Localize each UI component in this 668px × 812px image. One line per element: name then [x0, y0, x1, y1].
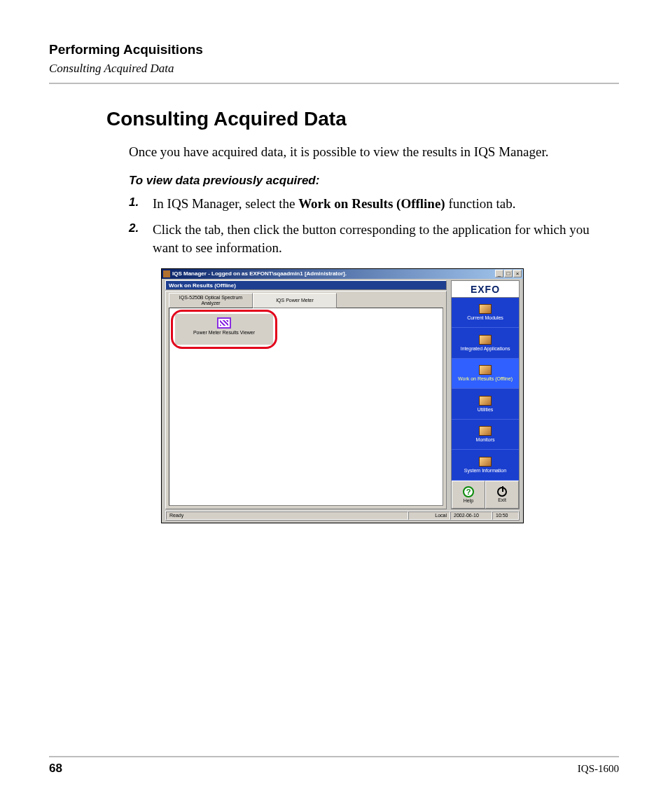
- page-footer: 68 IQS-1600: [49, 756, 619, 776]
- sidebar-item-utilities[interactable]: Utilities: [452, 389, 519, 420]
- document-page: Performing Acquisitions Consulting Acqui…: [0, 0, 668, 812]
- step-pre: In IQS Manager, select the: [153, 196, 298, 211]
- step-bold: Work on Results (Offline): [298, 196, 445, 211]
- chapter-title: Performing Acquisitions: [49, 42, 619, 57]
- main-panel: IQS-5250B Optical Spectrum Analyzer IQS …: [165, 291, 447, 509]
- monitors-icon: [479, 426, 492, 436]
- status-mode: Local: [408, 511, 450, 520]
- document-id: IQS-1600: [578, 763, 619, 775]
- sidebar-item-work-on-results[interactable]: Work on Results (Offline): [452, 359, 519, 390]
- step-item: 2. Click the tab, then click the button …: [129, 221, 605, 256]
- section-breadcrumb: Consulting Acquired Data: [49, 62, 619, 76]
- sidebar-item-current-modules[interactable]: Current Modules: [452, 298, 519, 329]
- embedded-screenshot: IQS Manager - Logged on as EXFONT\sqaadm…: [161, 268, 524, 523]
- step-text: Click the tab, then click the button cor…: [153, 221, 605, 256]
- status-date: 2002-06-10: [450, 511, 492, 520]
- sidebar-item-label: System Information: [464, 468, 506, 473]
- help-button[interactable]: ? Help: [452, 481, 485, 509]
- procedure-subhead: To view data previously acquired:: [129, 174, 619, 188]
- tab-strip: IQS-5250B Optical Spectrum Analyzer IQS …: [169, 293, 337, 308]
- sidebar-item-label: Current Modules: [467, 315, 503, 320]
- step-list: 1. In IQS Manager, select the Work on Re…: [129, 195, 605, 257]
- section-heading: Consulting Acquired Data: [106, 108, 619, 130]
- power-meter-results-viewer-button[interactable]: Power Meter Results Viewer: [175, 314, 273, 345]
- step-item: 1. In IQS Manager, select the Work on Re…: [129, 195, 605, 213]
- header-rule: [49, 83, 619, 84]
- window-titlebar[interactable]: IQS Manager - Logged on as EXFONT\sqaadm…: [162, 269, 523, 279]
- app-launcher-icon: [217, 317, 231, 329]
- exit-button[interactable]: Exit: [485, 481, 519, 509]
- status-time: 10:50: [492, 511, 519, 520]
- exfo-logo: EXFO: [452, 281, 519, 298]
- tab-content: Power Meter Results Viewer: [169, 308, 443, 506]
- power-icon: [497, 487, 507, 497]
- function-tab-header: Work on Results (Offline): [165, 280, 447, 290]
- maximize-button[interactable]: □: [504, 270, 513, 277]
- utilities-icon: [479, 396, 492, 406]
- sidebar-item-label: Monitors: [476, 437, 495, 442]
- help-icon: ?: [463, 486, 474, 497]
- page-header: Performing Acquisitions Consulting Acqui…: [49, 42, 619, 84]
- applications-icon: [479, 335, 492, 345]
- app-icon: [163, 270, 170, 277]
- app-launcher-label: Power Meter Results Viewer: [176, 330, 272, 335]
- step-number: 1.: [129, 195, 153, 213]
- close-button[interactable]: ×: [513, 270, 522, 277]
- sidebar: EXFO Current Modules Integrated Applicat…: [451, 280, 520, 509]
- sidebar-item-integrated-applications[interactable]: Integrated Applications: [452, 328, 519, 359]
- exit-label: Exit: [498, 497, 506, 502]
- sidebar-item-label: Integrated Applications: [461, 346, 510, 351]
- tab-optical-spectrum-analyzer[interactable]: IQS-5250B Optical Spectrum Analyzer: [169, 293, 253, 308]
- sidebar-item-system-information[interactable]: System Information: [452, 450, 519, 481]
- step-text: In IQS Manager, select the Work on Resul…: [153, 195, 515, 213]
- sidebar-item-label: Utilities: [478, 407, 494, 412]
- sidebar-item-label: Work on Results (Offline): [458, 376, 513, 381]
- step-number: 2.: [129, 221, 153, 256]
- step-pre: Click the tab, then click the button cor…: [153, 222, 590, 255]
- tab-power-meter[interactable]: IQS Power Meter: [253, 293, 337, 308]
- status-bar: Ready Local 2002-06-10 10:50: [165, 511, 520, 521]
- sidebar-bottom-buttons: ? Help Exit: [452, 481, 519, 509]
- system-info-icon: [479, 457, 492, 467]
- minimize-button[interactable]: _: [495, 270, 503, 277]
- sidebar-nav: Current Modules Integrated Applications …: [452, 298, 519, 481]
- intro-paragraph: Once you have acquired data, it is possi…: [129, 143, 605, 161]
- help-label: Help: [464, 498, 473, 503]
- window-controls: _ □ ×: [495, 270, 522, 277]
- status-ready: Ready: [166, 511, 408, 520]
- step-post: function tab.: [445, 196, 516, 211]
- page-number: 68: [49, 762, 62, 776]
- iqs-manager-window: IQS Manager - Logged on as EXFONT\sqaadm…: [161, 268, 524, 523]
- window-title: IQS Manager - Logged on as EXFONT\sqaadm…: [172, 270, 495, 277]
- modules-icon: [479, 304, 492, 314]
- sidebar-item-monitors[interactable]: Monitors: [452, 420, 519, 450]
- results-icon: [479, 365, 492, 375]
- footer-rule: [49, 756, 619, 757]
